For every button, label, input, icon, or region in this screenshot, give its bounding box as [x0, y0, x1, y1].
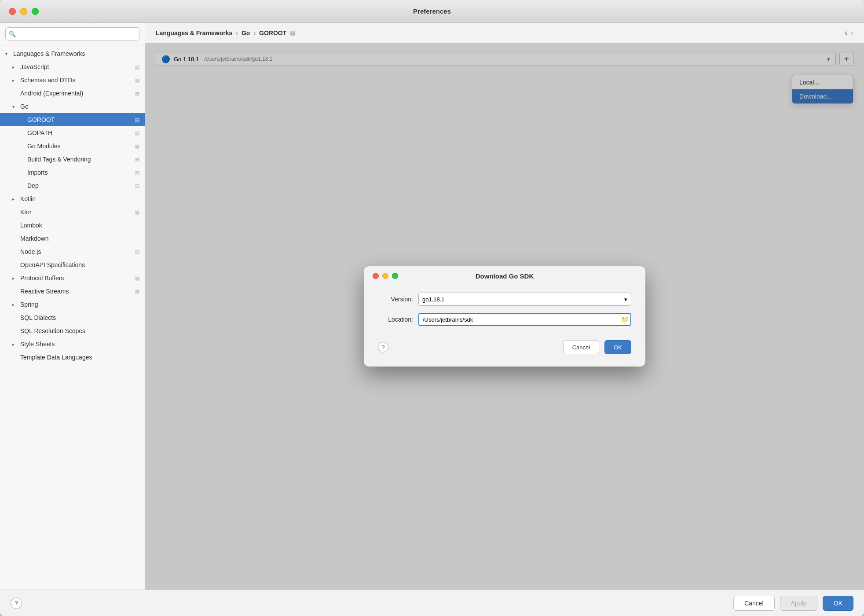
sidebar-item-kotlin[interactable]: ▸ Kotlin	[0, 192, 145, 205]
maximize-button[interactable]	[32, 8, 39, 15]
location-row: Location: 📁	[378, 313, 631, 326]
modal-title-bar: Download Go SDK	[364, 266, 645, 286]
sidebar-item-label: GOPATH	[27, 129, 133, 136]
settings-icon: ▤	[135, 249, 139, 255]
sidebar-item-label: GOROOT	[27, 116, 133, 123]
sidebar-item-label: Schemas and DTDs	[20, 77, 133, 84]
sidebar-item-label: Lombok	[20, 222, 139, 229]
chevron-right-icon: ▸	[12, 302, 18, 307]
preferences-window: Preferences 🔍 ▾ Languages & Frameworks ▸	[0, 0, 864, 616]
sidebar-item-label: Style Sheets	[20, 341, 139, 348]
sidebar-item-protocol-buffers[interactable]: ▸ Protocol Buffers ▤	[0, 271, 145, 285]
sidebar-item-gopath[interactable]: ▸ GOPATH ▤	[0, 126, 145, 139]
sidebar-item-label: JavaScript	[20, 63, 133, 70]
chevron-right-icon: ▸	[12, 342, 18, 347]
sidebar-item-android[interactable]: ▸ Android (Experimental) ▤	[0, 87, 145, 100]
sidebar-item-label: Ktor	[20, 209, 133, 216]
sidebar-item-dep[interactable]: ▸ Dep ▤	[0, 179, 145, 192]
sidebar-item-build-tags[interactable]: ▸ Build Tags & Vendoring ▤	[0, 153, 145, 166]
settings-icon: ▤	[135, 170, 139, 176]
modal-cancel-button[interactable]: Cancel	[563, 340, 599, 354]
settings-icon: ▤	[135, 275, 139, 281]
sidebar-item-label: Protocol Buffers	[20, 275, 133, 282]
bottom-buttons: Cancel Apply OK	[733, 596, 853, 611]
sidebar-item-label: Build Tags & Vendoring	[27, 156, 133, 163]
breadcrumb-part-2: Go	[242, 29, 250, 37]
info-icon: ▤	[290, 29, 295, 36]
breadcrumb: Languages & Frameworks › Go › GOROOT ▤	[156, 29, 295, 37]
help-button[interactable]: ?	[378, 342, 388, 352]
sidebar-item-imports[interactable]: ▸ Imports ▤	[0, 166, 145, 179]
sidebar-item-openapi[interactable]: ▸ OpenAPI Specifications	[0, 258, 145, 271]
search-bar: 🔍	[0, 23, 145, 45]
modal-overlay: Download Go SDK Version: go1.18.1 ▾	[145, 43, 864, 590]
traffic-lights	[9, 8, 39, 15]
modal-buttons: Cancel OK	[563, 340, 631, 354]
sidebar-item-reactive-streams[interactable]: ▸ Reactive Streams ▤	[0, 285, 145, 298]
sidebar-tree: ▾ Languages & Frameworks ▸ JavaScript ▤ …	[0, 45, 145, 590]
search-input[interactable]	[5, 27, 139, 40]
version-value: go1.18.1	[422, 296, 445, 303]
sidebar-item-markdown[interactable]: ▸ Markdown	[0, 232, 145, 245]
settings-icon: ▤	[135, 91, 139, 96]
settings-icon: ▤	[135, 289, 139, 294]
modal-traffic-lights	[373, 273, 398, 279]
modal-minimize-button[interactable]	[382, 273, 388, 279]
sidebar-item-nodejs[interactable]: ▸ Node.js ▤	[0, 245, 145, 258]
sidebar-item-label: Kotlin	[20, 195, 139, 202]
location-input-wrapper: 📁	[418, 313, 631, 326]
folder-icon[interactable]: 📁	[621, 316, 629, 323]
modal-title: Download Go SDK	[476, 272, 534, 280]
sidebar-item-goroot[interactable]: ▸ GOROOT ▤	[0, 113, 145, 126]
forward-arrow[interactable]: ›	[851, 28, 853, 37]
ok-button[interactable]: OK	[823, 596, 853, 611]
sidebar: 🔍 ▾ Languages & Frameworks ▸ JavaScript …	[0, 23, 145, 590]
modal-close-button[interactable]	[373, 273, 379, 279]
cancel-button[interactable]: Cancel	[733, 596, 775, 611]
sidebar-item-schemas-dtds[interactable]: ▸ Schemas and DTDs ▤	[0, 73, 145, 87]
sidebar-item-label: OpenAPI Specifications	[20, 261, 139, 268]
modal-ok-button[interactable]: OK	[604, 340, 631, 354]
settings-icon: ▤	[135, 143, 139, 149]
sidebar-item-label: Go	[20, 103, 139, 110]
back-arrow[interactable]: ‹	[845, 28, 847, 37]
sidebar-item-languages-frameworks[interactable]: ▾ Languages & Frameworks	[0, 47, 145, 60]
sidebar-item-go[interactable]: ▾ Go	[0, 100, 145, 113]
location-input[interactable]	[418, 313, 631, 326]
version-label: Version:	[378, 296, 413, 303]
sidebar-item-label: Node.js	[20, 248, 133, 255]
sidebar-item-javascript[interactable]: ▸ JavaScript ▤	[0, 60, 145, 73]
bottom-bar: ? Cancel Apply OK	[0, 590, 864, 616]
location-label: Location:	[378, 316, 413, 323]
sidebar-item-lombok[interactable]: ▸ Lombok	[0, 219, 145, 232]
modal-maximize-button[interactable]	[392, 273, 398, 279]
nav-arrows: ‹ ›	[845, 28, 853, 37]
sidebar-item-label: Languages & Frameworks	[13, 50, 139, 57]
sidebar-item-ktor[interactable]: ▸ Ktor ▤	[0, 205, 145, 219]
version-select[interactable]: go1.18.1 ▾	[418, 293, 631, 306]
breadcrumb-part-3: GOROOT	[259, 29, 286, 37]
sidebar-item-sql-resolution[interactable]: ▸ SQL Resolution Scopes	[0, 324, 145, 337]
sidebar-item-label: Reactive Streams	[20, 288, 133, 295]
sidebar-item-go-modules[interactable]: ▸ Go Modules ▤	[0, 139, 145, 153]
minimize-button[interactable]	[20, 8, 27, 15]
bottom-help-button[interactable]: ?	[11, 598, 22, 609]
goroot-content: 🔵 Go 1.18.1 /Users/jetbrains/sdk/go1.18.…	[145, 43, 864, 590]
sidebar-item-label: SQL Dialects	[20, 314, 139, 321]
sidebar-item-sql-dialects[interactable]: ▸ SQL Dialects	[0, 311, 145, 324]
settings-icon: ▤	[135, 130, 139, 136]
close-button[interactable]	[9, 8, 16, 15]
sidebar-item-style-sheets[interactable]: ▸ Style Sheets	[0, 337, 145, 351]
chevron-down-icon: ▾	[12, 104, 18, 109]
sidebar-item-spring[interactable]: ▸ Spring	[0, 298, 145, 311]
sidebar-item-label: Go Modules	[27, 143, 133, 150]
breadcrumb-part-1: Languages & Frameworks	[156, 29, 232, 37]
modal-footer: ? Cancel OK	[364, 333, 645, 354]
chevron-right-icon: ▸	[12, 197, 18, 202]
sidebar-item-template-data[interactable]: ▸ Template Data Languages	[0, 351, 145, 364]
apply-button[interactable]: Apply	[780, 596, 817, 611]
main-content: 🔍 ▾ Languages & Frameworks ▸ JavaScript …	[0, 23, 864, 590]
sidebar-item-label: Spring	[20, 301, 139, 308]
sidebar-item-label: Template Data Languages	[20, 354, 139, 361]
breadcrumb-bar: Languages & Frameworks › Go › GOROOT ▤ ‹…	[145, 23, 864, 43]
